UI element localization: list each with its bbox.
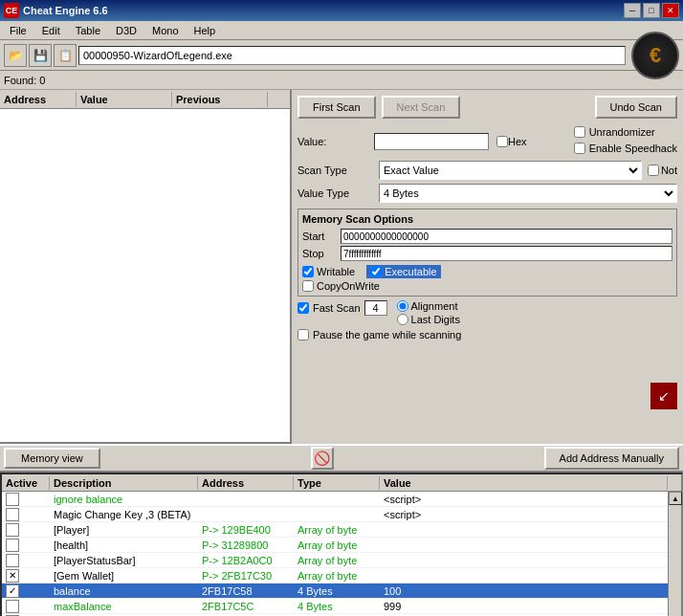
found-count: Found: 0 [4,75,45,86]
row-value: 100 [380,584,668,598]
row-checkbox[interactable] [6,493,19,506]
row-value: 999 [380,600,668,613]
row-address: P-> 12B2A0C0 [198,554,294,567]
scan-type-select[interactable]: Exact Value [379,161,642,180]
speedhack-checkbox[interactable] [574,143,585,154]
first-scan-btn[interactable]: First Scan [297,96,376,119]
table-row[interactable]: [PlayerStatusBar]P-> 12B2A0C0Array of by… [2,553,668,568]
row-description: [Player] [50,523,198,537]
value-input[interactable] [374,133,489,150]
row-checkbox[interactable] [6,554,19,567]
fast-scan-checkbox[interactable] [297,302,309,314]
table-row[interactable]: [Player]P-> 129BE400Array of byte [2,522,668,538]
unrandomizer-checkbox[interactable] [574,126,585,138]
row-checkbox[interactable] [6,523,19,537]
row-description: maxBalance [50,600,198,613]
row-active-cell [2,568,50,583]
add-address-btn[interactable]: Add Address Manually [544,447,679,470]
row-active-cell [2,492,50,507]
table-row[interactable]: [health]P-> 31289800Array of byte [2,538,668,553]
hex-label: Hex [508,136,527,147]
menu-file[interactable]: File [2,23,34,38]
unrandomizer-label: Unrandomizer [589,126,655,138]
copy-on-write-checkbox[interactable] [302,280,314,292]
row-type [294,498,380,500]
menu-edit[interactable]: Edit [34,23,68,38]
row-checkbox[interactable] [6,539,19,552]
executable-checkbox[interactable] [370,266,382,277]
paste-btn[interactable]: 📋 [54,44,77,67]
row-value [380,560,668,561]
scroll-track [669,505,681,616]
writable-label: Writable [317,266,355,277]
pause-game-checkbox[interactable] [297,329,309,341]
lower-table-body: ignore balance<script>Magic Change Key ,… [2,492,681,616]
scan-controls-panel: First Scan Next Scan Undo Scan Value: He… [292,90,683,444]
stop-scan-btn[interactable]: 🚫 [311,447,334,470]
row-address [198,498,294,500]
value-label: Value: [297,136,374,147]
save-btn[interactable]: 💾 [29,44,52,67]
row-address: 2FB17C5C [198,600,294,613]
close-btn[interactable]: ✕ [662,3,679,18]
undo-scan-btn[interactable]: Undo Scan [595,96,677,119]
row-value: <script> [380,493,668,506]
menu-d3d[interactable]: D3D [108,23,144,38]
toolbar: 📂 💾 📋 00000950-WizardOfLegend.exe € [0,40,683,71]
row-value [380,529,668,531]
scroll-up-btn[interactable]: ▲ [669,492,682,505]
row-checkbox[interactable] [6,584,19,598]
ce-logo: € [631,32,679,79]
row-checkbox[interactable] [6,508,19,521]
start-label: Start [302,231,337,242]
row-description: ignore balance [50,493,198,506]
maximize-btn[interactable]: □ [643,3,660,18]
pause-game-label: Pause the game while scanning [313,329,461,341]
action-bar: Memory view 🚫 Add Address Manually [0,444,683,473]
memory-view-btn[interactable]: Memory view [4,448,100,469]
table-row[interactable]: maxBalance2FB17C5C4 Bytes999 [2,599,668,614]
table-row[interactable]: ignore balance<script> [2,492,668,507]
speedhack-label: Enable Speedhack [589,143,677,154]
row-checkbox[interactable] [6,569,19,583]
fast-scan-value-input[interactable] [364,300,387,316]
alignment-radio[interactable] [397,300,408,312]
row-type: Array of byte [294,569,380,583]
table-row[interactable]: [Gem Wallet]P-> 2FB17C30Array of byte [2,568,668,583]
start-input[interactable] [341,229,672,244]
scan-results-list [0,109,290,442]
col-previous: Previous [172,92,268,107]
row-address [198,514,294,516]
app-icon: CE [4,3,19,18]
memory-scan-title: Memory Scan Options [302,213,672,225]
lower-panel: Active Description Address Type Value ig… [0,473,683,616]
table-row[interactable]: balance2FB17C584 Bytes100 [2,583,668,599]
not-checkbox[interactable] [648,165,659,176]
row-type: Array of byte [294,554,380,567]
menu-help[interactable]: Help [187,23,224,38]
open-btn[interactable]: 📂 [4,44,27,67]
row-value: <script> [380,508,668,521]
title-bar: CE Cheat Engine 6.6 ─ □ ✕ [0,0,683,21]
row-description: Magic Change Key ,3 (BETA) [50,508,198,521]
last-digits-radio[interactable] [397,314,408,325]
menu-table[interactable]: Table [68,23,108,38]
alignment-label: Alignment [411,300,458,312]
lower-col-active: Active [2,476,50,490]
next-scan-btn[interactable]: Next Scan [382,96,461,119]
row-description: balance [50,584,198,598]
row-active-cell [2,553,50,568]
value-type-label: Value Type [297,187,379,199]
table-row[interactable]: Magic Change Key ,3 (BETA)<script> [2,507,668,522]
minimize-btn[interactable]: ─ [624,3,641,18]
menu-mono[interactable]: Mono [144,23,187,38]
writable-checkbox[interactable] [302,266,314,277]
stop-input[interactable] [341,246,672,261]
row-description: [health] [50,539,198,552]
executable-label: Executable [385,266,436,277]
row-checkbox[interactable] [6,600,19,613]
value-type-select[interactable]: 4 Bytes [379,184,677,203]
hex-checkbox[interactable] [496,136,508,147]
pointer-icon: ↙ [650,383,677,409]
row-type: 4 Bytes [294,584,380,598]
